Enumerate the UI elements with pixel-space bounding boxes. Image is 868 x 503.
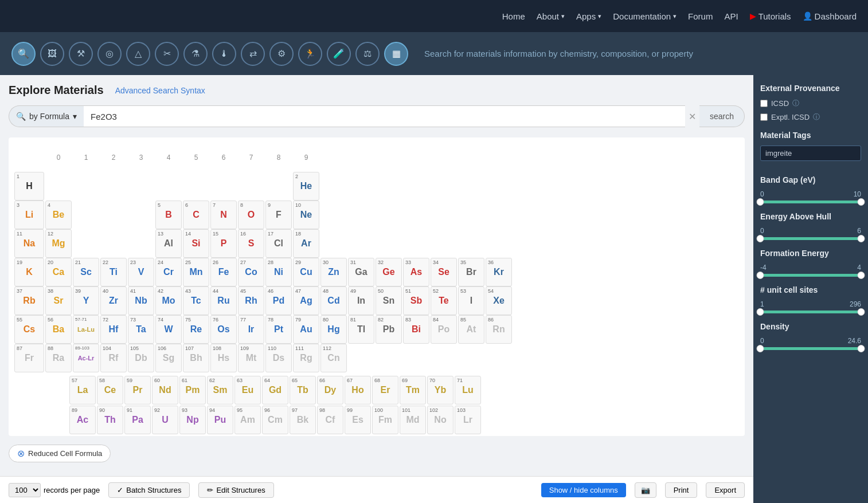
element-Rf[interactable]: 104 Rf <box>100 344 127 372</box>
element-Te[interactable]: 52 Te <box>431 286 457 315</box>
unit-cell-slider-track[interactable] <box>760 311 861 313</box>
exptl-icsd-info-icon[interactable]: ⓘ <box>813 112 820 122</box>
element-I[interactable]: 53 I <box>458 286 484 315</box>
element-Sm[interactable]: 62Sm <box>207 376 233 404</box>
element-In[interactable]: 49 In <box>348 286 374 315</box>
element-Lr[interactable]: 103Lr <box>455 406 481 434</box>
nav-home[interactable]: Home <box>502 11 525 21</box>
exptl-icsd-checkbox[interactable] <box>760 113 768 121</box>
element-At[interactable]: 85 At <box>458 315 484 344</box>
element-B[interactable]: 5 B <box>155 201 182 229</box>
element-H[interactable]: 1 H <box>14 172 44 201</box>
element-Ar[interactable]: 18 Ar <box>293 229 319 258</box>
element-Ac-Lr[interactable]: 89-103 Ac-Lr <box>73 344 99 372</box>
element-Na[interactable]: 11 Na <box>14 229 44 258</box>
element-S[interactable]: 16 S <box>238 229 264 258</box>
element-Se[interactable]: 34 Se <box>431 258 457 286</box>
print-button[interactable]: Print <box>665 482 698 498</box>
element-U[interactable]: 92U <box>152 406 178 434</box>
search-icon-btn-image[interactable]: 🖼 <box>40 42 64 66</box>
element-V[interactable]: 23 V <box>128 258 154 286</box>
material-tags-input[interactable] <box>760 146 861 161</box>
element-Dy[interactable]: 66Dy <box>317 376 343 404</box>
element-Zn[interactable]: 30 Zn <box>320 258 347 286</box>
element-Ir[interactable]: 77 Ir <box>238 315 264 344</box>
search-button[interactable]: search <box>699 105 745 127</box>
search-icon-btn-location[interactable]: ◎ <box>97 42 122 66</box>
element-Y[interactable]: 39 Y <box>73 286 99 315</box>
search-icon-btn-scissors[interactable]: ✂ <box>155 42 179 66</box>
icsd-info-icon[interactable]: ⓘ <box>792 99 799 108</box>
element-La-Lu[interactable]: 57-71 La-Lu <box>73 315 99 344</box>
show-hide-columns-button[interactable]: Show / hide columns <box>541 483 626 497</box>
element-Cr[interactable]: 24 Cr <box>155 258 182 286</box>
element-Rh[interactable]: 45 Rh <box>238 286 264 315</box>
element-Rn[interactable]: 86 Rn <box>486 315 512 344</box>
reduced-formula-badge[interactable]: ⊗ Reduced Cell Formula <box>9 445 111 462</box>
element-Hf[interactable]: 72 Hf <box>100 315 127 344</box>
element-La[interactable]: 57La <box>69 376 96 404</box>
element-Es[interactable]: 99Es <box>345 406 371 434</box>
element-Al[interactable]: 13 Al <box>155 229 182 258</box>
element-Yb[interactable]: 70Yb <box>427 376 453 404</box>
element-As[interactable]: 33 As <box>403 258 429 286</box>
element-Mn[interactable]: 25 Mn <box>183 258 209 286</box>
band-gap-slider-track[interactable] <box>760 201 861 203</box>
search-icon-btn-scale[interactable]: ⚖ <box>355 42 380 66</box>
element-Bk[interactable]: 97Bk <box>290 406 316 434</box>
element-Ag[interactable]: 47 Ag <box>293 286 319 315</box>
element-Pb[interactable]: 82 Pb <box>376 315 402 344</box>
element-Tb[interactable]: 65Tb <box>290 376 316 404</box>
element-Pd[interactable]: 46 Pd <box>265 286 292 315</box>
element-Fm[interactable]: 100Fm <box>372 406 398 434</box>
element-Md[interactable]: 101Md <box>400 406 426 434</box>
search-icon-btn-thermo[interactable]: 🌡 <box>212 42 236 66</box>
nav-dashboard[interactable]: 👤 Dashboard <box>803 11 857 21</box>
element-Ho[interactable]: 67Ho <box>345 376 371 404</box>
density-slider-track[interactable] <box>760 347 861 350</box>
nav-tutorials[interactable]: ▶ Tutorials <box>750 11 791 21</box>
search-icon-btn-beaker[interactable]: 🧪 <box>327 42 351 66</box>
element-Mt[interactable]: 109 Mt <box>238 344 264 372</box>
element-Hs[interactable]: 108 Hs <box>210 344 237 372</box>
element-Zr[interactable]: 40 Zr <box>100 286 127 315</box>
element-Sn[interactable]: 50 Sn <box>376 286 402 315</box>
search-mode-selector[interactable]: 🔍 by Formula ▾ <box>9 105 84 127</box>
nav-apps[interactable]: Apps <box>576 11 601 21</box>
element-P[interactable]: 15 P <box>210 229 237 258</box>
element-Np[interactable]: 93Np <box>179 406 206 434</box>
advanced-search-link[interactable]: Advanced Search Syntax <box>115 86 205 95</box>
element-Ne[interactable]: 10 Ne <box>293 201 319 229</box>
element-Am[interactable]: 95Am <box>234 406 261 434</box>
export-button[interactable]: Export <box>706 482 745 498</box>
element-Fe[interactable]: 26 Fe <box>210 258 237 286</box>
element-Sb[interactable]: 51 Sb <box>403 286 429 315</box>
search-icon-btn-tools[interactable]: ⚒ <box>69 42 93 66</box>
element-Sc[interactable]: 21 Sc <box>73 258 99 286</box>
element-Pa[interactable]: 91Pa <box>124 406 151 434</box>
element-Tl[interactable]: 81 Tl <box>348 315 374 344</box>
element-Db[interactable]: 105 Db <box>128 344 154 372</box>
element-Ac[interactable]: 89Ac <box>69 406 96 434</box>
formation-energy-slider-track[interactable] <box>760 274 861 277</box>
nav-about[interactable]: About <box>537 11 565 21</box>
element-Ga[interactable]: 31 Ga <box>348 258 374 286</box>
element-Nd[interactable]: 60Nd <box>152 376 178 404</box>
nav-documentation[interactable]: Documentation <box>613 11 677 21</box>
element-Au[interactable]: 79 Au <box>293 315 319 344</box>
nav-forum[interactable]: Forum <box>688 11 713 21</box>
element-Ru[interactable]: 44 Ru <box>210 286 237 315</box>
element-N[interactable]: 7 N <box>210 201 237 229</box>
element-Br[interactable]: 35 Br <box>458 258 484 286</box>
element-No[interactable]: 102No <box>427 406 453 434</box>
element-Ni[interactable]: 28 Ni <box>265 258 292 286</box>
element-Hg[interactable]: 80 Hg <box>320 315 347 344</box>
element-Si[interactable]: 14 Si <box>183 229 209 258</box>
element-Th[interactable]: 90Th <box>97 406 123 434</box>
element-Bh[interactable]: 107 Bh <box>183 344 209 372</box>
element-Ge[interactable]: 32 Ge <box>376 258 402 286</box>
element-Kr[interactable]: 36 Kr <box>486 258 512 286</box>
element-Ta[interactable]: 73 Ta <box>128 315 154 344</box>
element-F[interactable]: 9 F <box>265 201 292 229</box>
clear-input-button[interactable]: ✕ <box>685 111 699 122</box>
